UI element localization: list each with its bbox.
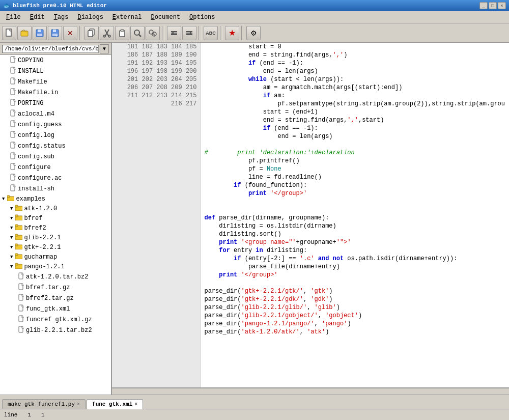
tree-expand-icon[interactable]: ▼ bbox=[10, 264, 13, 269]
copy-button[interactable] bbox=[84, 26, 99, 40]
tree-item[interactable]: bfref.tar.gz bbox=[0, 282, 111, 293]
tree-item-icon bbox=[10, 120, 16, 129]
menu-document[interactable]: Document bbox=[147, 13, 184, 22]
tree-item[interactable]: config.log bbox=[0, 130, 111, 141]
tree-item[interactable]: PORTING bbox=[0, 98, 111, 108]
bookmark-button[interactable]: ★ bbox=[225, 26, 239, 40]
tree-item[interactable]: COPYING bbox=[0, 55, 111, 66]
menu-file[interactable]: File bbox=[2, 13, 25, 22]
tree-item[interactable]: ▼examples bbox=[0, 194, 111, 204]
close-button[interactable]: × bbox=[498, 2, 506, 9]
tree-item-label: COPYING bbox=[18, 57, 43, 64]
tree-item[interactable]: func_gtk.xml bbox=[0, 303, 111, 314]
tree-item[interactable]: config.status bbox=[0, 141, 111, 151]
tree-expand-icon[interactable]: ▼ bbox=[10, 216, 13, 221]
horizontal-scrollbar[interactable] bbox=[112, 387, 509, 395]
tree-item[interactable]: ▼bfref2 bbox=[0, 223, 111, 233]
svg-rect-10 bbox=[88, 31, 93, 37]
tab-make-gtk-funcref[interactable]: make_gtk_funcref1.py × bbox=[2, 399, 86, 409]
svg-rect-6 bbox=[53, 30, 56, 32]
toolbar-sep-5 bbox=[241, 26, 244, 40]
tree-item[interactable]: glib-2.2.1.tar.bz2 bbox=[0, 325, 111, 335]
tab-close-2[interactable]: × bbox=[134, 402, 137, 407]
svg-rect-56 bbox=[15, 254, 18, 256]
tree-item[interactable]: ▼pango-1.2.1 bbox=[0, 262, 111, 271]
svg-rect-48 bbox=[15, 215, 18, 217]
find-button[interactable] bbox=[130, 26, 145, 40]
tree-item[interactable]: ▼glib-2.2.1 bbox=[0, 233, 111, 242]
new-button[interactable] bbox=[2, 26, 16, 40]
tab-label-1: make_gtk_funcref1.py bbox=[8, 401, 75, 407]
cut-button[interactable] bbox=[100, 26, 114, 40]
svg-rect-1 bbox=[21, 31, 28, 36]
tree-item-label: PORTING bbox=[18, 100, 43, 107]
tree-expand-icon[interactable]: ▼ bbox=[10, 245, 13, 250]
tree-expand-icon[interactable]: ▼ bbox=[10, 226, 13, 231]
tree-expand-icon[interactable]: ▼ bbox=[10, 206, 13, 211]
menu-tags[interactable]: Tags bbox=[50, 13, 73, 22]
filetree-scroll[interactable]: COPYINGINSTALLMakefileMakefile.inPORTING… bbox=[0, 55, 111, 395]
tree-item-icon bbox=[7, 195, 14, 203]
tree-item-label: funcref_gtk.xml.gz bbox=[26, 316, 92, 323]
tree-item[interactable]: config.guess bbox=[0, 119, 111, 130]
menu-edit[interactable]: Edit bbox=[26, 13, 49, 22]
code-content[interactable]: start = 0 end = string.find(args,',') if… bbox=[201, 43, 510, 387]
svg-rect-50 bbox=[15, 225, 18, 227]
tree-item-label: install-sh bbox=[18, 185, 54, 192]
indent-left-button[interactable] bbox=[167, 26, 181, 40]
tree-item-icon bbox=[10, 184, 16, 193]
window-controls: _ □ × bbox=[479, 2, 506, 9]
tree-expand-icon[interactable]: ▼ bbox=[10, 235, 13, 240]
tree-item-label: configure bbox=[18, 164, 51, 171]
tree-item-icon bbox=[10, 142, 16, 150]
tree-item[interactable]: ▼atk-1.2.0 bbox=[0, 204, 111, 213]
code-area: 181 182 183 184 185 186 187 188 189 190 … bbox=[112, 43, 509, 387]
tree-item[interactable]: config.sub bbox=[0, 151, 111, 162]
tree-item-icon bbox=[15, 234, 22, 241]
menu-external[interactable]: External bbox=[108, 13, 146, 22]
tree-item[interactable]: configure.ac bbox=[0, 173, 111, 183]
menu-options[interactable]: Options bbox=[185, 13, 219, 22]
tree-item[interactable]: install-sh bbox=[0, 183, 111, 194]
tree-item[interactable]: funcref_gtk.xml.gz bbox=[0, 314, 111, 325]
tree-item[interactable]: Makefile.in bbox=[0, 87, 111, 98]
tree-item-label: config.log bbox=[18, 132, 54, 139]
filetree-dropdown-button[interactable]: ▼ bbox=[100, 44, 109, 53]
tree-item[interactable]: bfref2.tar.gz bbox=[0, 293, 111, 303]
tree-expand-icon[interactable]: ▼ bbox=[10, 255, 13, 260]
paste-button[interactable] bbox=[115, 26, 129, 40]
tree-item[interactable]: Makefile bbox=[0, 76, 111, 87]
tab-func-gtk-xml[interactable]: func_gtk.xml × bbox=[87, 399, 143, 409]
save-as-button[interactable]: + bbox=[48, 26, 62, 40]
tools-button[interactable]: ⚙ bbox=[246, 26, 261, 40]
status-col-value: 1 bbox=[41, 412, 45, 418]
tree-item-icon bbox=[15, 214, 22, 222]
tree-item[interactable]: ▼bfref bbox=[0, 213, 111, 223]
tree-expand-icon[interactable]: ▼ bbox=[2, 197, 5, 202]
tree-item[interactable]: aclocal.m4 bbox=[0, 108, 111, 119]
replace-button[interactable] bbox=[146, 26, 160, 40]
tree-item-label: config.sub bbox=[18, 153, 54, 160]
spellcheck-button[interactable]: ABC bbox=[204, 26, 218, 40]
close-doc-button[interactable]: ✕ bbox=[63, 26, 77, 40]
save-button[interactable] bbox=[33, 26, 47, 40]
editor-scroll[interactable]: 181 182 183 184 185 186 187 188 189 190 … bbox=[112, 43, 509, 387]
tree-item[interactable]: configure bbox=[0, 162, 111, 173]
main-content: /home/olivier/bluefish/cvs/bluef ▼ COPYI… bbox=[0, 43, 509, 395]
tree-item[interactable]: atk-1.2.0.tar.bz2 bbox=[0, 271, 111, 282]
tree-item-icon bbox=[18, 272, 24, 281]
tree-item-label: config.status bbox=[18, 143, 66, 150]
editor-panel: 181 182 183 184 185 186 187 188 189 190 … bbox=[112, 43, 509, 395]
tree-item[interactable]: INSTALL bbox=[0, 66, 111, 76]
tree-item[interactable]: ▼gtk+-2.2.1 bbox=[0, 242, 111, 252]
maximize-button[interactable]: □ bbox=[489, 2, 497, 9]
minimize-button[interactable]: _ bbox=[479, 2, 488, 9]
app-title: bluefish pre0.10 HTML editor bbox=[13, 3, 107, 9]
tree-item[interactable]: ▼gucharmap bbox=[0, 252, 111, 262]
open-button[interactable] bbox=[17, 26, 32, 40]
indent-right-button[interactable] bbox=[182, 26, 196, 40]
menu-dialogs[interactable]: Dialogs bbox=[73, 13, 107, 22]
svg-rect-52 bbox=[15, 234, 18, 236]
tab-close-1[interactable]: × bbox=[77, 402, 80, 407]
svg-point-13 bbox=[103, 35, 105, 37]
